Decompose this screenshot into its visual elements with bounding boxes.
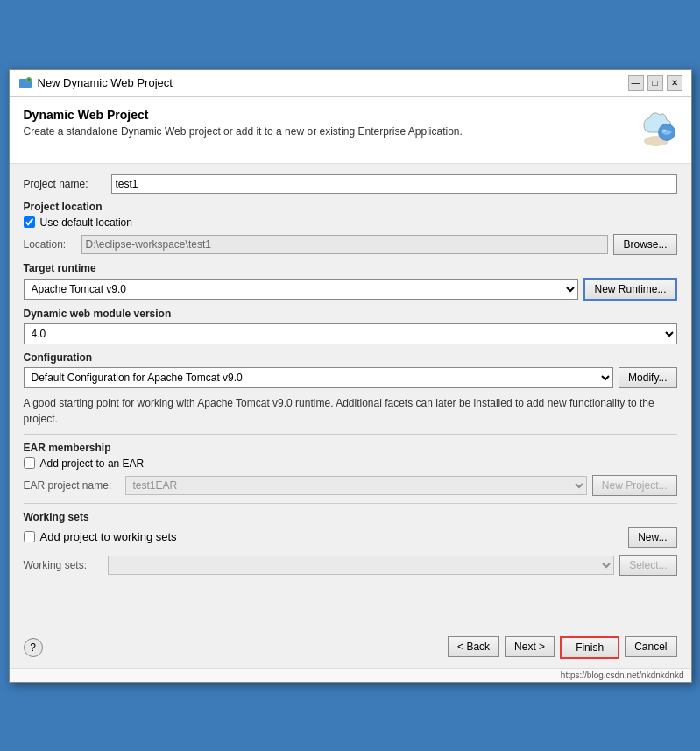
use-default-location-checkbox[interactable] [24,216,35,228]
dynamic-web-module-version-select[interactable]: 4.0 [24,323,677,344]
add-to-ear-label: Add project to an EAR [40,457,145,470]
use-default-location-label: Use default location [40,216,132,229]
location-input[interactable] [81,235,609,254]
dialog-description: Create a standalone Dynamic Web project … [24,125,463,138]
working-sets-select[interactable] [108,556,615,575]
dialog-icon [18,76,32,90]
spacer-area [24,581,677,616]
configuration-section-label: Configuration [24,351,677,364]
url-text: https://blog.csdn.net/nkdnkdnkd [561,670,684,680]
location-label: Location: [24,238,76,251]
dialog-footer: ? < Back Next > Finish Cancel [10,627,691,668]
working-sets-field-label: Working sets: [24,559,103,571]
project-name-row: Project name: [24,174,677,194]
add-to-ear-row: Add project to an EAR [24,457,677,470]
dialog-header-text: Dynamic Web Project Create a standalone … [24,108,463,138]
dialog: New Dynamic Web Project — □ ✕ Dynamic We… [9,69,692,683]
dynamic-web-module-version-label: Dynamic web module version [24,308,677,320]
ear-project-name-row: EAR project name: test1EAR New Project..… [24,475,677,496]
configuration-select[interactable]: Default Configuration for Apache Tomcat … [24,367,614,388]
modify-button[interactable]: Modify... [619,367,676,388]
new-project-button[interactable]: New Project... [592,475,677,496]
new-runtime-button[interactable]: New Runtime... [583,278,676,301]
next-button[interactable]: Next > [505,636,555,657]
ear-project-name-label: EAR project name: [24,479,120,492]
add-to-ear-checkbox[interactable] [24,457,35,469]
working-sets-row: Working sets: Select... [24,555,677,576]
title-controls: — □ ✕ [628,75,682,91]
target-runtime-section-label: Target runtime [24,262,677,274]
add-to-working-sets-checkbox[interactable] [24,531,35,542]
close-button[interactable]: ✕ [667,75,682,91]
target-runtime-select[interactable]: Apache Tomcat v9.0 [24,279,579,300]
add-to-working-sets-row: Add project to working sets New... [24,527,677,548]
dialog-title: Dynamic Web Project [24,108,463,122]
dynamic-web-module-version-row: 4.0 [24,323,677,344]
browse-button[interactable]: Browse... [613,234,676,255]
location-row: Location: Browse... [24,234,677,255]
dialog-body: Project name: Project location Use defau… [10,164,691,627]
svg-point-2 [27,78,30,81]
select-working-set-button[interactable]: Select... [619,555,676,576]
svg-point-6 [662,129,666,131]
separator-1 [24,434,677,435]
footer-buttons: < Back Next > Finish Cancel [448,636,676,659]
maximize-button[interactable]: □ [647,75,663,91]
project-name-label: Project name: [24,178,111,190]
ear-membership-label: EAR membership [24,442,677,454]
separator-2 [24,503,677,504]
back-button[interactable]: < Back [448,636,499,657]
target-runtime-row: Apache Tomcat v9.0 New Runtime... [24,278,677,301]
ear-project-name-select[interactable]: test1EAR [125,476,587,495]
title-bar-left: New Dynamic Web Project [18,76,173,90]
use-default-location-row: Use default location [24,216,677,229]
project-name-input[interactable] [111,174,677,194]
add-to-working-sets-label: Add project to working sets [40,530,177,543]
title-text: New Dynamic Web Project [38,76,173,89]
dialog-header: Dynamic Web Project Create a standalone … [10,97,691,164]
cancel-button[interactable]: Cancel [625,636,676,657]
configuration-row: Default Configuration for Apache Tomcat … [24,367,677,388]
url-bar: https://blog.csdn.net/nkdnkdnkd [10,668,691,682]
project-location-label: Project location [24,201,677,213]
working-sets-section-label: Working sets [24,511,677,523]
header-icon [635,108,677,152]
new-working-set-button[interactable]: New... [628,527,676,548]
config-info-text: A good starting point for working with A… [24,395,677,427]
help-button[interactable]: ? [24,638,43,657]
finish-button[interactable]: Finish [560,636,619,659]
minimize-button[interactable]: — [628,75,644,91]
title-bar: New Dynamic Web Project — □ ✕ [10,70,691,97]
